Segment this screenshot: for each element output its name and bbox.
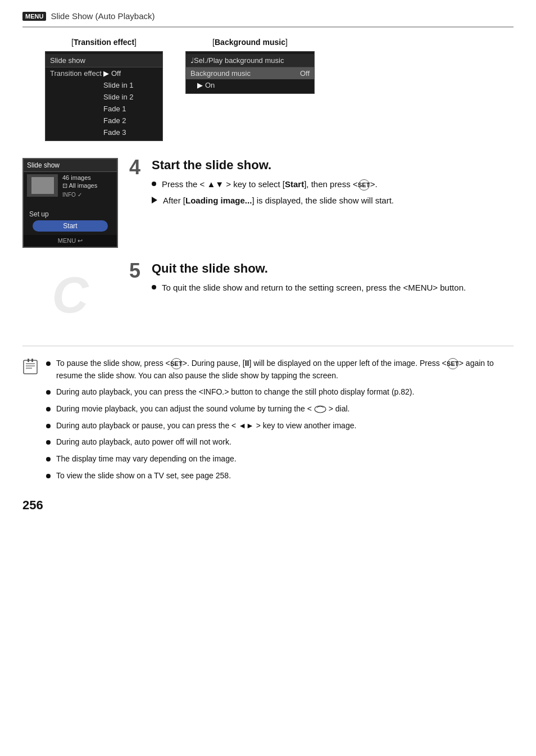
transition-menu-title: Slide show	[46, 54, 162, 67]
note-bullet-4	[46, 424, 51, 428]
transition-arrow-off: ▶	[103, 69, 109, 78]
transition-item-slide1: Slide in 1	[103, 81, 133, 89]
svg-rect-4	[28, 359, 29, 362]
transition-panel: [Transition effect] Slide show Transitio…	[45, 38, 163, 141]
note-text-5: During auto playback, auto power off wil…	[56, 436, 231, 449]
svg-rect-5	[31, 359, 33, 362]
set-key-badge: SET	[358, 179, 370, 191]
step5-bullet1: To quit the slide show and return to the…	[152, 282, 514, 295]
ss-menu-items: Set up Start	[24, 207, 117, 235]
step4-bullet2: After [Loading image...] is displayed, t…	[152, 194, 514, 207]
note-bullet-5	[46, 440, 51, 445]
svg-rect-0	[24, 360, 37, 374]
note-text-7: To view the slide show on a TV set, see …	[56, 470, 231, 482]
step4-heading: Start the slide show.	[152, 158, 514, 173]
note-item-5: During auto playback, auto power off wil…	[46, 436, 514, 449]
ss-body: 46 images All images INFO ✓	[24, 172, 117, 207]
note-item-2: During auto playback, you can press the …	[46, 386, 514, 399]
section-divider	[22, 346, 514, 346]
bg-music-row-label: Background music	[190, 69, 251, 78]
step4-content-wrapper: 4 Start the slide show. Press the < ▲▼ >…	[129, 158, 514, 210]
step5-graphic: C	[22, 261, 118, 329]
transition-menu-row-off: Transition effect ▶ Off	[46, 67, 162, 79]
note-bullet-1	[46, 361, 51, 366]
bg-music-menu: ♩Sel./Play background music Background m…	[185, 51, 315, 94]
note-text-3: During movie playback, you can adjust th…	[56, 403, 349, 415]
step5-bullets: To quit the slide show and return to the…	[152, 282, 514, 295]
transition-menu-row-fade3: Fade 3	[46, 126, 162, 138]
step4-bullet1-text: Press the < ▲▼ > key to select [Start], …	[162, 178, 378, 191]
step4-bullets: Press the < ▲▼ > key to select [Start], …	[152, 178, 514, 207]
transition-menu-row-fade2: Fade 2	[46, 115, 162, 126]
transition-label-text: Transition effect	[74, 38, 134, 47]
bg-music-on-arrow: ▶	[197, 81, 203, 89]
dial-icon	[314, 405, 326, 413]
ss-setup-item: Set up	[27, 209, 113, 219]
transition-item-fade3: Fade 3	[103, 128, 126, 137]
note-item-3: During movie playback, you can adjust th…	[46, 403, 514, 415]
notes-list: To pause the slide show, press <SET>. Du…	[46, 357, 514, 487]
bullet-dot-5-1	[152, 285, 156, 289]
transition-menu-row-fade1: Fade 1	[46, 103, 162, 115]
ss-info-col: 46 images All images INFO ✓	[62, 174, 97, 205]
bg-music-top-row: ♩Sel./Play background music	[186, 54, 314, 67]
bg-music-row-value: Off	[300, 69, 310, 78]
set-key-note: SET	[171, 358, 182, 369]
set-key-note2: SET	[447, 358, 458, 369]
step5-heading: Quit the slide show.	[152, 261, 514, 276]
note-bullet-3	[46, 407, 51, 411]
transition-left-label: Transition effect	[50, 69, 103, 78]
note-item-7: To view the slide show on a TV set, see …	[46, 470, 514, 482]
step4-number: 4	[129, 156, 146, 179]
bg-music-option-on: ▶ On	[186, 79, 314, 91]
panels-row: [Transition effect] Slide show Transitio…	[22, 38, 514, 141]
svg-point-6	[315, 406, 326, 413]
transition-menu-row-2: Slide in 2	[46, 91, 162, 103]
page-title: Slide Show (Auto Playback)	[51, 11, 155, 21]
note-bullet-6	[46, 457, 51, 461]
slideshow-screen: Slide show 46 images All images INFO ✓ S…	[22, 158, 118, 248]
background-music-label: [Background music]	[212, 38, 288, 47]
page-header: MENU Slide Show (Auto Playback)	[22, 11, 514, 28]
note-item-6: The display time may vary depending on t…	[46, 453, 514, 465]
ss-thumb	[27, 174, 58, 197]
note-text-1: To pause the slide show, press <SET>. Du…	[56, 357, 514, 382]
note-item-4: During auto playback or pause, you can p…	[46, 420, 514, 432]
transition-menu-row-1: Slide in 1	[46, 79, 162, 91]
transition-menu: Slide show Transition effect ▶ Off Slide…	[45, 51, 163, 141]
step5-content-wrapper: 5 Quit the slide show. To quit the slide…	[129, 261, 514, 298]
bg-music-row: Background music Off	[186, 67, 314, 79]
background-music-label-text: Background music	[215, 38, 285, 47]
step4-bullet1: Press the < ▲▼ > key to select [Start], …	[152, 178, 514, 191]
bg-music-on-text: On	[205, 81, 215, 89]
ss-bottom-bar: MENU ↩	[24, 235, 117, 247]
note-text-2: During auto playback, you can press the …	[56, 386, 414, 399]
notes-icon	[22, 359, 38, 378]
transition-item-fade2: Fade 2	[103, 116, 126, 125]
step4-row: Slide show 46 images All images INFO ✓ S…	[22, 158, 514, 248]
transition-item-off: Off	[111, 69, 121, 78]
bullet-arrow-1	[152, 197, 157, 203]
background-music-panel: [Background music] ♩Sel./Play background…	[185, 38, 315, 94]
ss-thumb-inner	[31, 177, 54, 194]
page-number: 256	[22, 498, 514, 513]
cancel-icon: C	[52, 266, 89, 324]
step5-row: C 5 Quit the slide show. To quit the sli…	[22, 261, 514, 329]
note-text-6: The display time may vary depending on t…	[56, 453, 237, 465]
ss-start-item[interactable]: Start	[33, 220, 108, 232]
ss-images-count: 46 images	[62, 174, 97, 181]
bullet-dot-1	[152, 182, 156, 186]
note-text-4: During auto playback or pause, you can p…	[56, 420, 356, 432]
menu-badge: MENU	[22, 12, 46, 21]
notepad-icon	[23, 359, 38, 374]
step4-content: Start the slide show. Press the < ▲▼ > k…	[152, 158, 514, 210]
transition-item-slide2: Slide in 2	[103, 93, 133, 101]
step5-number: 5	[129, 259, 146, 283]
note-item-1: To pause the slide show, press <SET>. Du…	[46, 357, 514, 382]
ss-bottom-icon: MENU ↩	[58, 237, 83, 245]
ss-info-badge: INFO ✓	[62, 192, 97, 198]
transition-label: [Transition effect]	[71, 38, 137, 47]
note-bullet-2	[46, 390, 51, 395]
step5-bullet1-text: To quit the slide show and return to the…	[162, 282, 466, 295]
ss-title: Slide show	[24, 159, 117, 172]
